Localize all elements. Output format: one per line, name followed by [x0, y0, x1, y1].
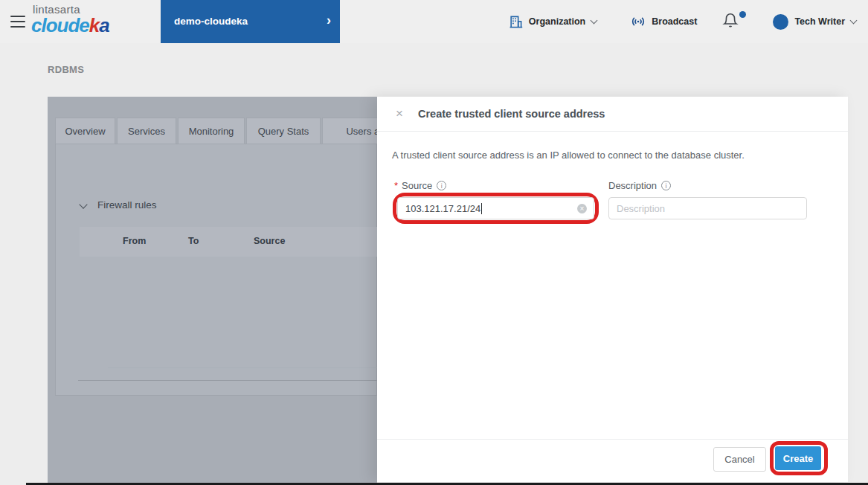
logo-lintasarta-text: lintasarta: [31, 4, 109, 15]
cloudeka-logo: lintasarta cloudeka: [31, 4, 109, 35]
table-divider: [108, 367, 377, 368]
info-icon[interactable]: i: [437, 181, 446, 190]
create-source-drawer: × Create trusted client source address A…: [377, 97, 848, 482]
tab-query-stats[interactable]: Query Stats: [246, 118, 321, 144]
firewall-rules-section-label[interactable]: Firewall rules: [97, 199, 157, 211]
annotation-highlight-create: Create: [770, 441, 828, 475]
column-header-to: To: [188, 236, 199, 246]
notification-dot: [739, 11, 746, 18]
organization-label: Organization: [529, 16, 585, 27]
create-button[interactable]: Create: [775, 446, 821, 470]
description-input[interactable]: [608, 197, 807, 219]
project-selector[interactable]: demo-cloudeka ›: [161, 0, 340, 43]
tab-monitoring[interactable]: Monitoring: [178, 118, 245, 144]
broadcast-label: Broadcast: [652, 16, 697, 27]
tab-services[interactable]: Services: [117, 118, 176, 144]
organization-icon: [509, 15, 523, 29]
column-header-source: Source: [254, 236, 285, 246]
broadcast-menu[interactable]: Broadcast: [631, 14, 697, 29]
source-field-label: * Source i: [394, 180, 446, 191]
logo-cloudeka-text: cloudeka: [31, 16, 109, 35]
cancel-button[interactable]: Cancel: [713, 447, 766, 472]
drawer-intro-text: A trusted client source address is an IP…: [392, 150, 745, 161]
text-caret: [481, 203, 482, 214]
tab-overview[interactable]: Overview: [55, 118, 115, 144]
organization-menu[interactable]: Organization: [509, 15, 597, 29]
avatar: [773, 14, 788, 30]
source-input-value: 103.121.17.21/24: [405, 203, 480, 214]
info-icon[interactable]: i: [661, 181, 671, 190]
chevron-down-icon: [591, 17, 598, 25]
card-divider: [78, 380, 377, 381]
tab-bar: Overview Services Monitoring Query Stats…: [55, 118, 377, 144]
user-name: Tech Writer: [794, 16, 845, 27]
chevron-right-icon: ›: [327, 13, 331, 28]
drawer-header: × Create trusted client source address: [377, 97, 848, 132]
column-header-from: From: [123, 236, 146, 246]
footer-divider: [377, 439, 848, 440]
firewall-table-header: From To Source: [80, 227, 377, 257]
panel-card: [55, 144, 377, 396]
description-field-label: Description i: [608, 180, 671, 191]
annotation-highlight-source: 103.121.17.21/24 ×: [393, 193, 599, 224]
clear-input-icon[interactable]: ×: [577, 204, 587, 213]
chevron-down-icon: [850, 17, 858, 25]
hamburger-menu-icon[interactable]: [10, 16, 25, 28]
notifications-button[interactable]: [722, 11, 743, 32]
header-nav: Organization Broadcast: [509, 0, 862, 43]
tab-users-and-databases[interactable]: Users and d: [322, 118, 377, 144]
rdbms-panel-dimmed: Overview Services Monitoring Query Stats…: [48, 97, 377, 485]
user-menu[interactable]: Tech Writer: [773, 14, 856, 30]
top-header: lintasarta cloudeka demo-cloudeka › Orga…: [0, 0, 868, 43]
breadcrumb: RDBMS: [48, 64, 84, 75]
drawer-title: Create trusted client source address: [418, 108, 605, 120]
required-marker: *: [394, 180, 398, 191]
close-icon[interactable]: ×: [396, 107, 403, 120]
broadcast-icon: [631, 14, 646, 29]
project-name: demo-cloudeka: [174, 16, 248, 27]
source-input[interactable]: 103.121.17.21/24 ×: [397, 197, 594, 219]
page: lintasarta cloudeka demo-cloudeka › Orga…: [0, 0, 868, 485]
